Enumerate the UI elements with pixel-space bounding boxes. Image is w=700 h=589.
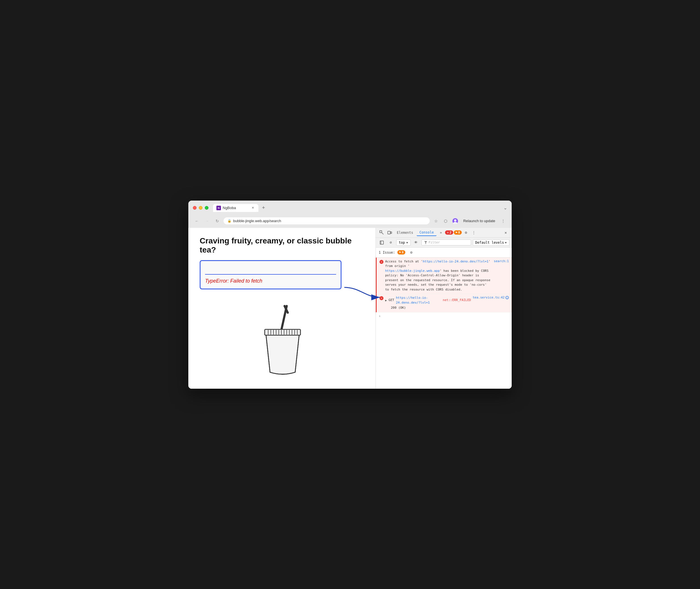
- cors-link-2[interactable]: https://bubble-jingle.web.app: [385, 269, 440, 273]
- svg-rect-19: [380, 231, 382, 233]
- cors-source[interactable]: search:1: [494, 259, 509, 263]
- tab-bar: N NgBoba ✕ +: [213, 204, 503, 212]
- window-chevron-icon[interactable]: ⌄: [503, 205, 507, 210]
- get-triangle-icon[interactable]: ▶: [385, 298, 387, 303]
- filter-icon: [424, 241, 427, 244]
- issues-flag-icon: ⚑: [399, 250, 401, 254]
- context-chevron-icon: ▾: [406, 241, 408, 244]
- levels-label: Default levels: [475, 241, 504, 244]
- error-message: TypeError: Failed to fetch: [205, 278, 336, 284]
- console-prompt: ›: [376, 313, 512, 320]
- svg-line-20: [382, 233, 384, 234]
- search-input[interactable]: [205, 265, 336, 275]
- net-error-text: net::ERR_FAILED: [443, 298, 471, 303]
- error-x-icon: ✕: [447, 231, 449, 234]
- get-error-text: ▶ GET https://hello-io-24.deno.dev/?lvl=…: [385, 296, 471, 311]
- sidebar-icon[interactable]: [378, 239, 386, 246]
- devtools-toolbar2: ⊘ top ▾ 👁 Filter Default levels ▾: [376, 238, 512, 248]
- devtools-close-button[interactable]: ×: [502, 229, 509, 236]
- error-icon-1: ✕: [380, 260, 384, 264]
- bubble-tea-svg: [248, 301, 316, 380]
- prompt-chevron-icon: ›: [379, 314, 381, 318]
- lock-icon: 🔒: [227, 219, 231, 223]
- search-box-container: TypeError: Failed to fetch: [200, 260, 341, 289]
- error-count-badge: ✕ 2: [445, 230, 453, 235]
- blue-arrow: [343, 283, 383, 303]
- page-title: Craving fruity, creamy, or classic bubbl…: [200, 236, 364, 254]
- svg-point-1: [454, 219, 456, 222]
- close-traffic-light[interactable]: [193, 206, 197, 210]
- address-bar: ← → ↻ 🔒 bubble-jingle.web.app/search ☆ ⬡…: [188, 215, 512, 228]
- console-entry-get: ✕ ▶ GET https://hello-io-24.deno.dev/?lv…: [376, 294, 512, 313]
- bubble-tea-illustration: [200, 301, 364, 380]
- console-content: ✕ Access to fetch at 'https://hello-io-2…: [376, 258, 512, 389]
- svg-rect-22: [391, 232, 392, 233]
- tab-console[interactable]: Console: [417, 229, 437, 236]
- eye-icon[interactable]: 👁: [412, 239, 420, 246]
- get-source[interactable]: tea.service.ts:42 i: [473, 296, 509, 299]
- console-entry-cors: ✕ Access to fetch at 'https://hello-io-2…: [376, 258, 512, 294]
- settings-icon[interactable]: ⚙: [462, 229, 470, 236]
- status-ok-text: 200 (OK): [391, 306, 406, 310]
- bookmark-icon[interactable]: ☆: [432, 217, 440, 225]
- svg-text:i: i: [507, 297, 508, 299]
- error-count: 2: [450, 231, 452, 234]
- warning-count: 8: [458, 231, 460, 234]
- warning-icon: ⚑: [456, 231, 458, 234]
- more-tabs-icon[interactable]: »: [437, 229, 444, 236]
- filter-placeholder: Filter: [429, 241, 440, 244]
- devtools-panel: Elements Console » ✕ 2 ⚑ 8 ⚙ ⋮ ×: [376, 228, 512, 389]
- page-content: Craving fruity, creamy, or classic bubbl…: [188, 228, 376, 389]
- issues-label: 1 Issue:: [379, 250, 395, 254]
- traffic-lights: [193, 206, 209, 210]
- svg-rect-21: [388, 231, 390, 234]
- filter-input[interactable]: Filter: [422, 239, 471, 245]
- new-tab-button[interactable]: +: [259, 204, 267, 212]
- cors-link-1[interactable]: https://hello-io-24.deno.dev/?lvl=1: [423, 259, 488, 263]
- warning-count-badge: ⚑ 8: [454, 230, 462, 235]
- get-link[interactable]: https://hello-io-24.deno.dev/?lvl=1: [396, 296, 441, 305]
- context-selector[interactable]: top ▾: [396, 239, 411, 246]
- back-button[interactable]: ←: [193, 217, 201, 225]
- minimize-traffic-light[interactable]: [199, 206, 203, 210]
- browser-window: N NgBoba ✕ + ⌄ ← → ↻ 🔒 bubble-jingle.web…: [188, 201, 512, 389]
- svg-rect-6: [265, 329, 300, 335]
- address-actions: ☆ ⬡ Relaunch to update ⋮: [432, 217, 507, 225]
- maximize-traffic-light[interactable]: [205, 206, 209, 210]
- svg-rect-23: [380, 241, 384, 244]
- levels-chevron-icon: ▾: [505, 241, 507, 244]
- cors-text-1: Access to fetch at ': [385, 259, 423, 263]
- cors-error-text: Access to fetch at 'https://hello-io-24.…: [385, 259, 492, 292]
- relaunch-button[interactable]: Relaunch to update: [461, 218, 497, 224]
- reload-button[interactable]: ↻: [213, 217, 221, 225]
- tab-favicon: N: [216, 206, 221, 210]
- profile-icon[interactable]: [451, 217, 459, 225]
- issues-bar: 1 Issue: ⚑ 8 ⚙: [376, 248, 512, 258]
- levels-select[interactable]: Default levels ▾: [473, 239, 509, 246]
- tab-title: NgBoba: [223, 206, 236, 210]
- forward-button[interactable]: →: [203, 217, 211, 225]
- active-tab[interactable]: N NgBoba ✕: [213, 204, 258, 212]
- svg-marker-25: [424, 241, 427, 244]
- menu-icon[interactable]: ⋮: [499, 217, 507, 225]
- extension-icon[interactable]: ⬡: [442, 217, 450, 225]
- url-text: bubble-jingle.web.app/search: [233, 219, 281, 223]
- address-input-bar[interactable]: 🔒 bubble-jingle.web.app/search: [224, 217, 430, 224]
- top-label: top: [399, 241, 405, 244]
- clear-console-icon[interactable]: ⊘: [387, 239, 395, 246]
- device-toolbar-icon[interactable]: [386, 229, 394, 236]
- devtools-toolbar: Elements Console » ✕ 2 ⚑ 8 ⚙ ⋮ ×: [376, 228, 512, 238]
- inspect-element-icon[interactable]: [378, 229, 386, 236]
- tab-close-button[interactable]: ✕: [250, 206, 255, 210]
- title-bar: N NgBoba ✕ + ⌄: [188, 201, 512, 215]
- issues-badge[interactable]: ⚑ 8: [397, 250, 405, 254]
- get-label: GET: [389, 298, 394, 303]
- tab-elements[interactable]: Elements: [394, 229, 416, 236]
- issues-settings-icon[interactable]: ⚙: [408, 249, 415, 256]
- more-options-icon[interactable]: ⋮: [470, 229, 478, 236]
- content-area: Craving fruity, creamy, or classic bubbl…: [188, 228, 512, 389]
- issues-count: 8: [402, 250, 404, 254]
